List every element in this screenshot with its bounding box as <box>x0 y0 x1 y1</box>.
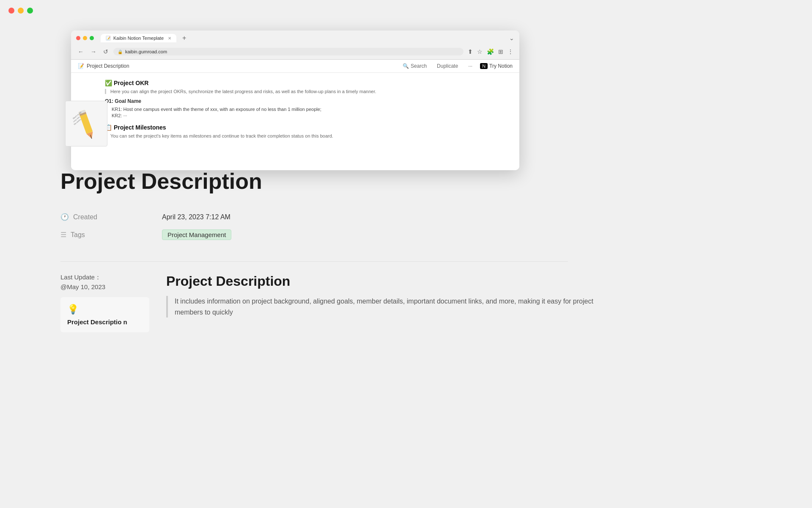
browser-chrome: 📝 Kaibin Notion Temeplate ✕ + ⌄ ← → ↺ 🔒 … <box>71 30 519 60</box>
related-card-icon: 💡 <box>67 304 143 315</box>
description-heading: Project Description <box>166 273 610 289</box>
bookmark-button[interactable]: ☆ <box>476 47 483 56</box>
okr-heading: ✅ Project OKR <box>105 80 486 86</box>
breadcrumb-icon: 📝 <box>78 63 84 69</box>
last-update-date: @May 10, 2023 <box>60 283 149 290</box>
tag-badge-project-management[interactable]: Project Management <box>162 229 231 240</box>
bottom-section: Last Update： @May 10, 2023 💡 Project Des… <box>60 273 610 332</box>
notion-icon: N <box>480 63 488 69</box>
more-icon: ··· <box>468 63 472 69</box>
okr-section: ✅ Project OKR Here you can align the pro… <box>105 80 486 118</box>
browser-max-btn[interactable] <box>90 36 94 40</box>
tags-row: ☰ Tags Project Management <box>60 225 568 244</box>
created-value: April 23, 2023 7:12 AM <box>162 213 230 221</box>
browser-action-buttons: ⬆ ☆ 🧩 ⊞ ⋮ <box>467 47 514 56</box>
browser-tab-controls <box>76 36 94 40</box>
page-title: Project Description <box>60 169 568 193</box>
try-notion-label: Try Notion <box>489 63 513 69</box>
pencil-illustration: Here's to the crazy ones. The misfits. <box>69 103 104 144</box>
more-button[interactable]: ··· <box>466 62 475 70</box>
description-callout: It includes information on project backg… <box>166 296 610 318</box>
milestones-section: 📋 Project Milestones You can set the pro… <box>105 124 486 138</box>
kr2-bullet: KR2: ··· <box>112 113 486 118</box>
search-button[interactable]: 🔍 Search <box>400 62 429 70</box>
duplicate-label: Duplicate <box>437 63 458 69</box>
browser-addressbar: ← → ↺ 🔒 kaibin.gumroad.com ⬆ ☆ 🧩 ⊞ ⋮ <box>71 46 519 59</box>
created-label-text: Created <box>73 213 97 221</box>
sidebar-button[interactable]: ⊞ <box>497 47 504 56</box>
browser-window: 📝 Kaibin Notion Temeplate ✕ + ⌄ ← → ↺ 🔒 … <box>71 30 519 170</box>
lock-icon: 🔒 <box>118 50 123 54</box>
list-icon: ☰ <box>60 231 66 239</box>
pencil-thumbnail: Here's to the crazy ones. The misfits. <box>65 101 107 146</box>
main-page-content: Project Description 🕐 Created April 23, … <box>60 169 568 270</box>
last-update-label: Last Update： <box>60 273 149 282</box>
notion-preview-content: ✅ Project OKR Here you can align the pro… <box>71 73 519 170</box>
okr-callout: Here you can align the project OKRs, syn… <box>105 89 486 94</box>
related-card[interactable]: 💡 Project Descriptio n <box>60 297 149 332</box>
extensions-button[interactable]: 🧩 <box>486 47 495 56</box>
mac-close-button[interactable] <box>8 8 14 14</box>
try-notion-button[interactable]: N Try Notion <box>480 63 513 69</box>
tags-label-text: Tags <box>71 231 85 239</box>
related-card-title: Project Descriptio n <box>67 318 143 326</box>
search-label: Search <box>411 63 427 69</box>
tab-close-icon[interactable]: ✕ <box>168 36 171 41</box>
description-body: It includes information on project backg… <box>175 298 593 316</box>
back-button[interactable]: ← <box>76 47 85 56</box>
browser-tab-active[interactable]: 📝 Kaibin Notion Temeplate ✕ <box>101 34 176 42</box>
metadata-section: 🕐 Created April 23, 2023 7:12 AM ☰ Tags … <box>60 209 568 244</box>
notion-breadcrumb: 📝 Project Description <box>78 63 129 69</box>
upload-button[interactable]: ⬆ <box>467 47 474 56</box>
created-row: 🕐 Created April 23, 2023 7:12 AM <box>60 209 568 225</box>
notion-toolbar: 📝 Project Description 🔍 Search Duplicate… <box>71 60 519 73</box>
tab-menu-button[interactable]: ⌄ <box>509 35 514 41</box>
search-icon: 🔍 <box>403 63 409 69</box>
description-area: Project Description It includes informat… <box>166 273 610 332</box>
forward-button[interactable]: → <box>89 47 98 56</box>
address-bar[interactable]: 🔒 kaibin.gumroad.com <box>113 48 464 55</box>
tab-title: Kaibin Notion Temeplate <box>113 36 164 41</box>
section-divider <box>60 261 568 262</box>
created-label: 🕐 Created <box>60 213 162 221</box>
breadcrumb-text: Project Description <box>87 63 129 69</box>
reload-button[interactable]: ↺ <box>102 47 110 56</box>
tags-value: Project Management <box>162 229 231 240</box>
kr1-bullet: KR1: Host one campus event with the them… <box>112 107 486 112</box>
mac-max-button[interactable] <box>27 8 33 14</box>
tags-label: ☰ Tags <box>60 231 162 239</box>
new-tab-button[interactable]: + <box>180 34 189 42</box>
browser-close-btn[interactable] <box>76 36 80 40</box>
url-text: kaibin.gumroad.com <box>125 49 167 54</box>
milestones-callout: You can set the project's key items as m… <box>105 133 486 138</box>
milestones-heading: 📋 Project Milestones <box>105 124 486 131</box>
mac-window-controls <box>8 8 33 14</box>
clock-icon: 🕐 <box>60 213 69 221</box>
goal-subheading: O1: Goal Name <box>105 98 486 104</box>
browser-min-btn[interactable] <box>83 36 87 40</box>
duplicate-button[interactable]: Duplicate <box>434 62 461 70</box>
sidebar-info: Last Update： @May 10, 2023 💡 Project Des… <box>60 273 149 332</box>
tab-favicon: 📝 <box>106 36 111 41</box>
notion-toolbar-actions: 🔍 Search Duplicate ··· N Try Notion <box>400 62 513 70</box>
menu-button[interactable]: ⋮ <box>507 47 514 56</box>
browser-titlebar: 📝 Kaibin Notion Temeplate ✕ + ⌄ <box>71 30 519 46</box>
mac-min-button[interactable] <box>18 8 24 14</box>
